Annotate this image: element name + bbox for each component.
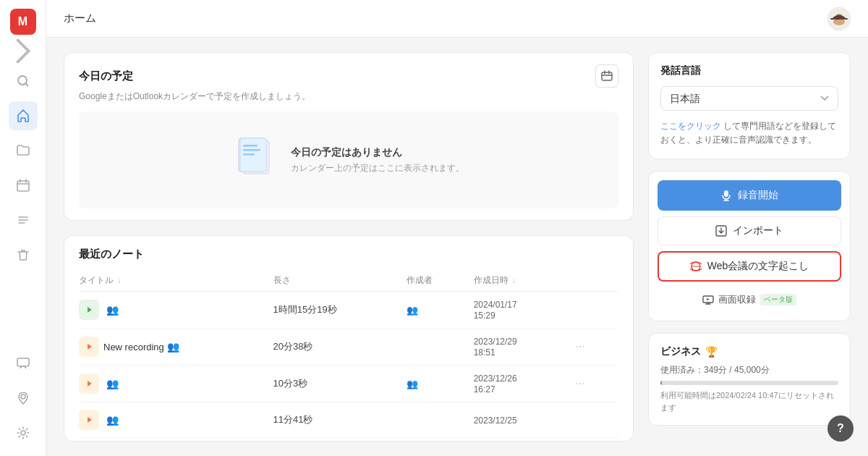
note-length: 11分41秒: [268, 402, 401, 438]
svg-point-4: [21, 431, 25, 435]
svg-rect-2: [17, 358, 29, 366]
table-row[interactable]: 👥 10分3秒👥2023/12/2616:27···: [79, 366, 618, 402]
screen-record-icon: [702, 294, 714, 305]
main-content: ホーム 今日の予定: [46, 0, 868, 456]
sidebar-bottom: [9, 349, 38, 447]
notes-table: タイトル ↓ 長さ 作成者 作成日時 ↓: [79, 270, 618, 438]
business-card-title-text: ビジネス: [660, 345, 701, 358]
members-icon: 👥: [167, 341, 179, 352]
col-actions: [566, 270, 618, 292]
note-length: 20分38秒: [268, 329, 401, 366]
col-title[interactable]: タイトル ↓: [79, 270, 268, 292]
note-more: [566, 292, 618, 329]
note-date: 2024/01/1715:29: [468, 292, 566, 329]
schedule-title: 今日の予定: [79, 69, 133, 83]
business-usage: 使用済み：349分 / 45,000分: [660, 364, 838, 376]
svg-rect-1: [17, 181, 29, 191]
table-row[interactable]: 👥 1時間15分19秒👥2024/01/1715:29: [79, 292, 618, 329]
sidebar-avatar[interactable]: M: [10, 9, 36, 35]
note-title-cell[interactable]: New recording 👥: [79, 329, 268, 366]
sidebar-item-home[interactable]: [9, 101, 38, 130]
import-button-label: インポート: [733, 224, 783, 237]
note-more[interactable]: ···: [566, 329, 618, 366]
created-at-sort-icon: ↓: [512, 276, 516, 284]
sidebar-item-location[interactable]: [9, 384, 38, 413]
screen-record-button[interactable]: 画面収録 ベータ版: [658, 287, 841, 312]
sidebar-item-search[interactable]: [9, 67, 38, 96]
help-button[interactable]: ?: [827, 415, 854, 442]
empty-schedule-panel: 今日の予定はありません カレンダー上の予定はここに表示されます。: [79, 111, 618, 208]
note-length: 1時間15分19秒: [268, 292, 401, 329]
note-creator: [401, 329, 467, 366]
svg-rect-28: [724, 190, 728, 197]
record-button-label: 録音開始: [738, 189, 778, 202]
members-icon: 👥: [106, 414, 119, 426]
empty-doc-illustration: [233, 135, 276, 185]
sidebar-item-chat[interactable]: [9, 349, 38, 378]
web-meeting-button[interactable]: Web会議の文字起こし: [658, 251, 841, 282]
sidebar: M: [0, 0, 46, 456]
svg-rect-19: [243, 153, 255, 156]
members-icon: 👥: [106, 304, 119, 316]
language-hint: ここをクリック して専門用語などを登録しておくと、より正確に音声認識できます。: [660, 119, 838, 147]
svg-rect-9: [602, 72, 612, 80]
calendar-button[interactable]: [595, 64, 618, 88]
note-type-icon: [79, 337, 99, 357]
sidebar-item-calendar[interactable]: [9, 171, 38, 200]
web-meeting-button-label: Web会議の文字起こし: [707, 260, 809, 273]
svg-point-3: [21, 394, 25, 399]
note-title-cell[interactable]: 👥: [79, 366, 268, 402]
screen-record-label: 画面収録: [718, 293, 756, 306]
language-card: 発話言語 日本語 ここをクリック して専門用語などを登録しておくと、より正確に音…: [648, 52, 851, 159]
usage-progress-bar-fill: [660, 381, 662, 385]
user-avatar[interactable]: [827, 7, 851, 30]
schedule-subtitle: GoogleまたはOutlookカレンダーで予定を作成しましょう。: [79, 90, 618, 103]
notes-section: 最近のノート タイトル ↓ 長さ 作成者 作成日時 ↓: [64, 235, 634, 442]
members-icon: 👥: [106, 378, 119, 389]
more-options-button[interactable]: ···: [571, 376, 590, 391]
sidebar-item-list[interactable]: [9, 206, 38, 235]
business-trophy-icon: 🏆: [705, 346, 718, 358]
sidebar-chevron-icon[interactable]: [16, 43, 30, 58]
page-title: ホーム: [64, 12, 96, 25]
table-row[interactable]: New recording 👥 20分38秒2023/12/2918:51···: [79, 329, 618, 366]
note-length: 10分3秒: [268, 366, 401, 402]
sidebar-item-folder[interactable]: [9, 136, 38, 165]
beta-badge: ベータ版: [760, 294, 796, 305]
action-buttons: 録音開始 インポート Web会議の文字起こし: [648, 171, 851, 321]
language-card-title: 発話言語: [660, 64, 838, 77]
more-options-button[interactable]: ···: [571, 339, 590, 354]
note-date: 2023/12/25: [468, 402, 566, 438]
note-creator: [401, 402, 467, 438]
web-meeting-icon: [690, 261, 702, 272]
svg-rect-8: [830, 18, 848, 20]
microphone-icon: [720, 190, 732, 201]
usage-progress-bar-bg: [660, 381, 838, 385]
schedule-section: 今日の予定 GoogleまたはOutlookカレンダーで予定を作成しましょう。: [64, 52, 634, 221]
language-hint-link[interactable]: ここをクリック: [660, 121, 721, 131]
title-sort-icon: ↓: [117, 276, 121, 284]
note-title-cell[interactable]: 👥: [79, 402, 268, 438]
note-title-cell[interactable]: 👥: [79, 292, 268, 329]
empty-schedule-title: 今日の予定はありません: [291, 146, 464, 159]
record-button[interactable]: 録音開始: [658, 180, 841, 211]
note-date: 2023/12/2616:27: [468, 366, 566, 402]
language-select[interactable]: 日本語: [660, 86, 838, 111]
import-icon: [715, 225, 727, 237]
table-row[interactable]: 👥 11分41秒2023/12/25: [79, 402, 618, 438]
note-creator: 👥: [401, 366, 467, 402]
empty-schedule-subtitle: カレンダー上の予定はここに表示されます。: [291, 162, 464, 174]
note-more[interactable]: ···: [566, 366, 618, 402]
svg-marker-32: [707, 298, 710, 300]
svg-rect-17: [243, 145, 258, 147]
col-length: 長さ: [268, 270, 401, 292]
svg-rect-18: [243, 149, 260, 151]
sidebar-item-settings[interactable]: [9, 418, 38, 447]
col-created-at[interactable]: 作成日時 ↓: [468, 270, 566, 292]
import-button[interactable]: インポート: [658, 216, 841, 245]
left-column: 今日の予定 GoogleまたはOutlookカレンダーで予定を作成しましょう。: [64, 52, 634, 442]
col-creator: 作成者: [401, 270, 467, 292]
sidebar-item-trash[interactable]: [9, 240, 38, 269]
note-type-icon: [79, 300, 99, 320]
note-type-icon: [79, 410, 99, 430]
